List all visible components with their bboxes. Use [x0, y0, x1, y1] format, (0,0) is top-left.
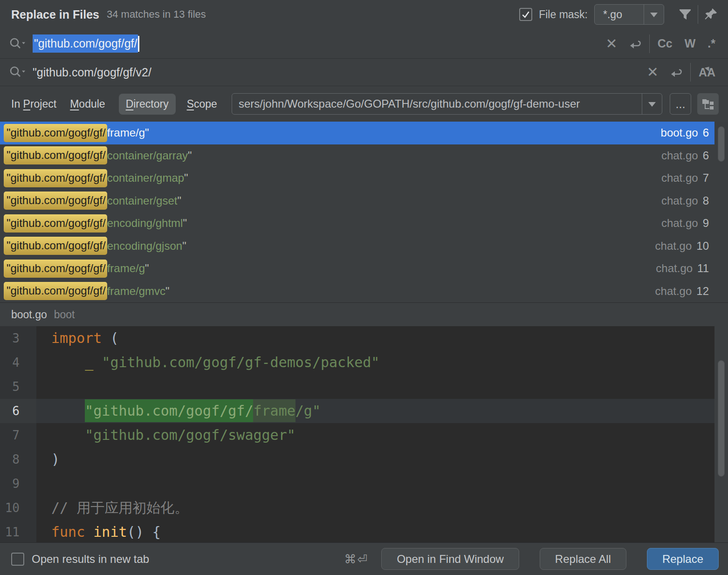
- gutter-line-number: 4: [0, 350, 36, 375]
- line-number: 12: [696, 285, 709, 297]
- file-name: chat.go: [661, 194, 698, 207]
- code-text: ): [36, 447, 728, 472]
- search-controls-separator: [649, 34, 650, 53]
- preserve-case-toggle-icon[interactable]: AA: [693, 66, 721, 79]
- result-row[interactable]: "github.com/gogf/gf/container/gmap"chat.…: [0, 167, 714, 190]
- line-number: 11: [697, 262, 709, 274]
- result-row[interactable]: "github.com/gogf/gf/encoding/ghtml"chat.…: [0, 212, 714, 235]
- replace-newline-icon[interactable]: [664, 66, 688, 78]
- search-query-selected-text: "github.com/gogf/gf/: [33, 34, 138, 53]
- line-number: 8: [703, 194, 709, 207]
- file-reference: chat.go12: [655, 285, 709, 298]
- replace-button[interactable]: Replace: [647, 548, 719, 570]
- result-row[interactable]: "github.com/gogf/gf/frame/g"chat.go11: [0, 257, 714, 280]
- regex-toggle-icon[interactable]: .*: [701, 37, 721, 50]
- line-number: 6: [703, 126, 709, 139]
- open-in-find-window-button[interactable]: Open in Find Window: [381, 548, 519, 570]
- closing-quote: ": [145, 126, 149, 139]
- scope-option-module[interactable]: Module: [70, 98, 105, 110]
- match-highlight: "github.com/gogf/gf/: [4, 237, 107, 255]
- cmd-enter-shortcut: ⌘⏎: [344, 552, 369, 566]
- replace-in-files-dialog: Replace in Files 34 matches in 13 files …: [0, 0, 728, 575]
- browse-directory-button[interactable]: ...: [670, 93, 691, 115]
- result-row[interactable]: "github.com/gogf/gf/frame/gmvc"chat.go12: [0, 280, 714, 303]
- scope-row: In ProjectModuleDirectoryScope sers/john…: [0, 86, 728, 122]
- clear-replace-icon[interactable]: ✕: [641, 65, 664, 79]
- pin-icon[interactable]: [700, 4, 721, 25]
- result-row[interactable]: "github.com/gogf/gf/container/garray"cha…: [0, 144, 714, 167]
- match-rest-text: frame/gmvc: [107, 285, 165, 298]
- open-results-checkbox[interactable]: [11, 553, 24, 566]
- directory-path-combo[interactable]: sers/john/Workspace/Go/GOPATH/src/github…: [232, 93, 662, 115]
- file-name: chat.go: [661, 149, 698, 162]
- code-line: 8): [0, 447, 728, 472]
- scope-option-directory[interactable]: Directory: [119, 94, 176, 115]
- file-mask-checkbox[interactable]: [519, 8, 532, 21]
- filter-icon[interactable]: [674, 4, 696, 25]
- result-row[interactable]: "github.com/gogf/gf/frame/g"boot.go6: [0, 122, 714, 144]
- whole-words-toggle-icon[interactable]: W: [679, 37, 702, 50]
- chevron-down-icon[interactable]: [644, 5, 664, 24]
- closing-quote: ": [183, 217, 187, 230]
- gutter-line-number: 3: [0, 326, 36, 350]
- file-reference: chat.go8: [661, 194, 709, 207]
- match-rest-text: encoding/gjson: [107, 240, 182, 253]
- file-reference: chat.go6: [661, 149, 709, 162]
- result-row[interactable]: "github.com/gogf/gf/container/gset"chat.…: [0, 190, 714, 212]
- results-scrollbar-thumb[interactable]: [718, 126, 725, 162]
- scope-options: In ProjectModuleDirectoryScope: [11, 94, 231, 115]
- gutter-line-number: 9: [0, 472, 36, 496]
- gutter-line-number: 7: [0, 423, 36, 447]
- replace-all-button[interactable]: Replace All: [540, 548, 626, 570]
- match-rest-text: container/gmap: [107, 171, 184, 185]
- editor-scrollbar-thumb[interactable]: [718, 360, 725, 477]
- closing-quote: ": [145, 262, 149, 275]
- newline-icon[interactable]: [623, 38, 647, 50]
- search-row-controls: ✕ Cc W .*: [600, 34, 721, 53]
- match-case-toggle-icon[interactable]: Cc: [652, 37, 679, 50]
- match-highlight: "github.com/gogf/gf/: [4, 260, 107, 278]
- file-mask-combo[interactable]: *.go: [594, 4, 664, 25]
- search-icon[interactable]: [7, 36, 28, 51]
- project-structure-icon[interactable]: [697, 93, 719, 115]
- closing-quote: ": [165, 285, 170, 298]
- gutter-line-number: 6: [0, 399, 36, 423]
- code-text: func init() {: [36, 520, 728, 542]
- gutter-line-number: 11: [0, 520, 36, 542]
- code-text: "github.com/gogf/swagger": [36, 423, 728, 447]
- directory-path-value: sers/john/Workspace/Go/GOPATH/src/github…: [232, 97, 642, 110]
- line-number: 10: [696, 240, 709, 252]
- code-text: "github.com/gogf/gf/frame/g": [36, 399, 728, 423]
- search-input[interactable]: "github.com/gogf/gf/: [33, 34, 600, 53]
- open-results-label: Open results in new tab: [32, 553, 149, 566]
- code-line: 6 "github.com/gogf/gf/frame/g": [0, 399, 728, 423]
- scope-option-project[interactable]: In Project: [11, 98, 56, 110]
- footer-buttons: Open in Find WindowReplace AllReplace: [381, 548, 719, 570]
- path-chevron-down-icon[interactable]: [642, 94, 662, 114]
- match-rest-text: container/garray: [107, 149, 188, 162]
- code-line: 3import (: [0, 326, 728, 350]
- match-summary: 34 matches in 13 files: [107, 8, 206, 21]
- file-reference: chat.go7: [661, 171, 709, 185]
- code-lines: 3import (4 _ "github.com/gogf/gf-demos/p…: [0, 326, 728, 542]
- replace-input[interactable]: "github.com/gogf/gf/v2/: [33, 66, 641, 79]
- file-mask-label: File mask:: [539, 8, 588, 21]
- preview-editor[interactable]: 3import (4 _ "github.com/gogf/gf-demos/p…: [0, 326, 728, 542]
- match-rest-text: encoding/ghtml: [107, 217, 183, 230]
- replace-controls-separator: [690, 63, 691, 82]
- code-text: [36, 375, 728, 399]
- replace-row-controls: ✕ AA: [641, 63, 721, 82]
- result-row[interactable]: "github.com/gogf/gf/encoding/gjson"chat.…: [0, 235, 714, 258]
- clear-search-icon[interactable]: ✕: [600, 37, 623, 51]
- match-rest-text: frame/g: [107, 126, 145, 139]
- footer-bar: Open results in new tab ⌘⏎ Open in Find …: [0, 542, 728, 575]
- replace-search-icon[interactable]: [7, 65, 28, 80]
- closing-quote: ": [182, 240, 186, 253]
- match-highlight: "github.com/gogf/gf/: [4, 282, 107, 300]
- code-line: 10// 用于应用初始化。: [0, 496, 728, 520]
- match-highlight: "github.com/gogf/gf/: [4, 169, 107, 187]
- search-field-row: "github.com/gogf/gf/ ✕ Cc W .*: [0, 29, 728, 59]
- file-reference: chat.go11: [656, 262, 709, 275]
- scope-option-scope[interactable]: Scope: [187, 98, 217, 110]
- dialog-header: Replace in Files 34 matches in 13 files …: [0, 0, 728, 29]
